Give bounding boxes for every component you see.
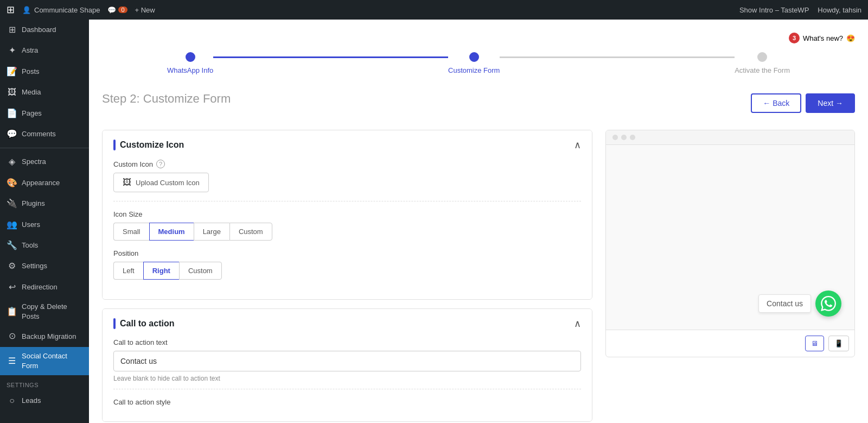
preview-dot-3	[630, 135, 635, 140]
mobile-view-button[interactable]: 📱	[828, 336, 849, 351]
step-3-dot	[757, 52, 767, 62]
comments-link[interactable]: 💬 0	[107, 6, 127, 14]
sidebar-item-settings[interactable]: ⚙ Settings	[0, 256, 89, 276]
left-column: Customize Icon ∧ Custom Icon ? 🖼 Upload …	[102, 130, 592, 423]
appearance-icon: 🎨	[7, 177, 17, 189]
position-custom[interactable]: Custom	[179, 262, 222, 280]
social-contact-icon: ☰	[7, 355, 17, 367]
position-group: Left Right Custom	[113, 262, 581, 280]
preview-bar	[606, 130, 854, 145]
cta-text-label: Call to action text	[113, 338, 581, 346]
sidebar-item-users[interactable]: 👥 Users	[0, 214, 89, 235]
settings-section-label: Settings	[0, 375, 89, 390]
image-icon: 🖼	[123, 178, 131, 187]
step-2-dot	[469, 52, 479, 62]
cta-text-input[interactable]	[113, 351, 581, 371]
whats-new-badge: 3	[789, 33, 800, 43]
sidebar-item-posts[interactable]: 📝 Posts	[0, 61, 89, 82]
whats-new-bar: 3 What's new? 😍	[102, 33, 855, 43]
sidebar-item-pages[interactable]: 📄 Pages	[0, 103, 89, 124]
whats-new-text[interactable]: What's new?	[803, 34, 843, 42]
sidebar-item-astra[interactable]: ✦ Astra	[0, 40, 89, 61]
step-3: Activate the Form	[735, 52, 790, 74]
step-1-dot	[186, 52, 195, 62]
howdy-label[interactable]: Howdy, tahsin	[818, 6, 861, 14]
position-right[interactable]: Right	[143, 262, 179, 280]
customize-icon-section: Customize Icon ∧ Custom Icon ? 🖼 Upload …	[102, 130, 592, 300]
sidebar: ⊞ Dashboard ✦ Astra 📝 Posts 🖼 Media 📄 Pa…	[0, 20, 89, 423]
step-2-label: Customize Form	[448, 66, 500, 74]
sidebar-item-dashboard[interactable]: ⊞ Dashboard	[0, 20, 89, 40]
step-nav: ← Back Next →	[751, 93, 855, 113]
customize-icon-body: Custom Icon ? 🖼 Upload Custom Icon Icon …	[103, 160, 592, 299]
preview-dot-2	[621, 135, 627, 140]
cta-style-label: Call to action style	[113, 398, 581, 406]
backup-icon: ⊙	[7, 330, 17, 342]
main-content: 3 What's new? 😍 WhatsApp Info Customize …	[89, 20, 868, 423]
call-to-action-header[interactable]: Call to action ∧	[103, 309, 592, 338]
step-1: WhatsApp Info	[167, 52, 213, 74]
sidebar-item-tools[interactable]: 🔧 Tools	[0, 235, 89, 256]
icon-size-group: Small Medium Large Custom	[113, 223, 581, 241]
admin-bar: ⊞ 👤 Communicate Shape 💬 0 + New Show Int…	[0, 0, 868, 20]
media-icon: 🖼	[7, 86, 17, 98]
call-to-action-section: Call to action ∧ Call to action text Lea…	[102, 308, 592, 422]
sidebar-item-copy-delete[interactable]: 📋 Copy & Delete Posts	[0, 298, 89, 326]
show-intro-link[interactable]: Show Intro – TasteWP	[739, 6, 809, 14]
sidebar-item-redirection[interactable]: ↩ Redirection	[0, 277, 89, 298]
step-heading: Step 2: Customize Form	[102, 92, 231, 106]
call-to-action-body: Call to action text Leave blank to hide …	[103, 338, 592, 421]
size-small[interactable]: Small	[113, 223, 149, 241]
contact-us-label: Contact us	[758, 294, 811, 313]
step-line-2	[500, 56, 735, 58]
sidebar-item-backup[interactable]: ⊙ Backup Migration	[0, 326, 89, 346]
customize-icon-header[interactable]: Customize Icon ∧	[103, 130, 592, 160]
help-icon[interactable]: ?	[156, 160, 165, 168]
whatsapp-icon	[821, 296, 836, 311]
sidebar-item-social-contact[interactable]: ☰ Social Contact Form	[0, 347, 89, 375]
sidebar-item-appearance[interactable]: 🎨 Appearance	[0, 173, 89, 193]
next-button[interactable]: Next →	[806, 93, 855, 113]
right-column: Contact us 🖥 �	[605, 130, 855, 423]
wp-logo-icon[interactable]: ⊞	[7, 4, 15, 16]
spectra-icon: ◈	[7, 156, 17, 168]
step-1-label: WhatsApp Info	[167, 66, 213, 74]
cta-text-hint: Leave blank to hide call to action text	[113, 375, 581, 382]
new-link[interactable]: + New	[135, 6, 155, 14]
sidebar-item-leads[interactable]: ○ Leads	[0, 390, 89, 411]
mobile-icon: 📱	[834, 339, 843, 348]
sidebar-item-comments[interactable]: 💬 Comments	[0, 124, 89, 144]
upload-custom-icon-button[interactable]: 🖼 Upload Custom Icon	[113, 173, 209, 192]
step-line-1	[213, 56, 448, 58]
position-label: Position	[113, 249, 581, 257]
comment-count-badge: 0	[118, 7, 127, 13]
site-name[interactable]: 👤 Communicate Shape	[22, 6, 100, 14]
back-button[interactable]: ← Back	[751, 93, 801, 113]
whatsapp-fab[interactable]	[815, 291, 841, 317]
pages-icon: 📄	[7, 108, 17, 119]
position-left[interactable]: Left	[113, 262, 143, 280]
preview-body: Contact us	[606, 145, 854, 330]
sidebar-item-media[interactable]: 🖼 Media	[0, 82, 89, 103]
desktop-view-button[interactable]: 🖥	[805, 336, 824, 351]
size-medium[interactable]: Medium	[149, 223, 194, 241]
whats-new-emoji: 😍	[846, 34, 855, 42]
comment-icon: 💬	[107, 6, 116, 14]
icon-size-label: Icon Size	[113, 210, 581, 218]
size-large[interactable]: Large	[194, 223, 229, 241]
collapse-cta-icon[interactable]: ∧	[574, 318, 581, 330]
size-custom[interactable]: Custom	[229, 223, 272, 241]
sidebar-item-plugins[interactable]: 🔌 Plugins	[0, 193, 89, 214]
two-col-layout: Customize Icon ∧ Custom Icon ? 🖼 Upload …	[102, 130, 855, 423]
progress-container: WhatsApp Info Customize Form Activate th…	[102, 52, 855, 74]
collapse-icon[interactable]: ∧	[574, 139, 581, 151]
sidebar-item-spectra[interactable]: ◈ Spectra	[0, 151, 89, 172]
preview-footer: 🖥 📱	[606, 330, 854, 357]
leads-icon: ○	[7, 395, 17, 407]
site-icon: 👤	[22, 6, 31, 14]
tools-icon: 🔧	[7, 239, 17, 251]
copy-delete-icon: 📋	[7, 306, 17, 318]
plugins-icon: 🔌	[7, 198, 17, 210]
astra-icon: ✦	[7, 45, 17, 56]
redirection-icon: ↩	[7, 281, 17, 293]
